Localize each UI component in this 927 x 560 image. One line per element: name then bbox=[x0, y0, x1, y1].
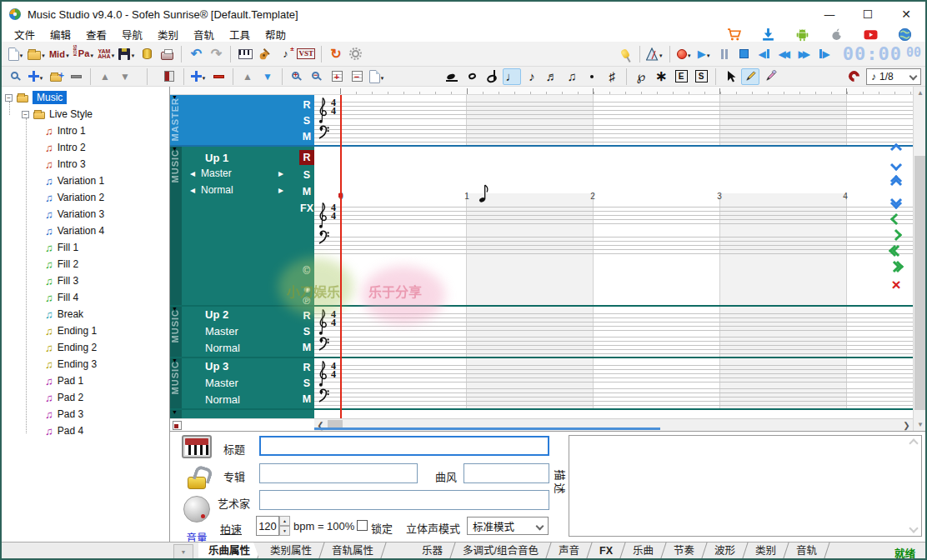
tab-instrument[interactable]: 乐器 bbox=[412, 542, 453, 560]
globe-icon[interactable] bbox=[898, 28, 912, 42]
chevron-down-icon[interactable] bbox=[110, 48, 115, 60]
search-button[interactable] bbox=[7, 68, 25, 85]
import-korg-button[interactable]: KORGPa bbox=[73, 44, 95, 64]
nav-close-icon[interactable] bbox=[891, 278, 900, 292]
tree-item-fill-1[interactable]: Fill 1 bbox=[45, 239, 78, 256]
tab-song-properties[interactable]: 乐曲属性 bbox=[198, 542, 260, 560]
zoom-out-button[interactable] bbox=[308, 68, 326, 85]
android-icon[interactable] bbox=[795, 28, 809, 42]
unlocked-padlock-icon[interactable] bbox=[188, 477, 206, 489]
vst-button[interactable]: VST bbox=[296, 44, 316, 64]
tab-multimode-voice[interactable]: 多调式/组合音色 bbox=[453, 542, 549, 560]
album-input[interactable] bbox=[259, 463, 418, 483]
tree-item-label[interactable]: Pad 2 bbox=[58, 392, 83, 403]
keyboard-icon[interactable] bbox=[182, 435, 212, 458]
shop-cart-icon[interactable] bbox=[727, 28, 741, 42]
spin-down-icon[interactable]: ▼ bbox=[279, 526, 290, 536]
genre-input[interactable] bbox=[464, 463, 549, 483]
chevron-down-icon[interactable] bbox=[65, 48, 70, 60]
chevron-down-icon[interactable] bbox=[19, 48, 24, 60]
step-forward-button[interactable] bbox=[815, 44, 834, 64]
tree-item-pad-4[interactable]: Pad 4 bbox=[45, 422, 83, 439]
tree-item-intro-1[interactable]: Intro 1 bbox=[45, 122, 86, 139]
tree-item-label[interactable]: Fill 4 bbox=[58, 292, 78, 303]
tree-root-music[interactable]: Music bbox=[5, 89, 67, 106]
tree-item-label[interactable]: Pad 1 bbox=[58, 375, 83, 387]
mode-value[interactable]: Normal bbox=[205, 393, 240, 406]
snap-resolution-select[interactable]: ♪ 1/8 bbox=[866, 68, 921, 85]
tree-item-ending-2[interactable]: Ending 2 bbox=[45, 339, 97, 356]
mute-toggle[interactable]: M bbox=[299, 340, 314, 355]
microphone-button[interactable] bbox=[616, 44, 634, 64]
step-back-button[interactable] bbox=[755, 44, 774, 64]
collapse-box-icon[interactable] bbox=[22, 111, 29, 118]
tree-item-fill-4[interactable]: Fill 4 bbox=[45, 289, 78, 306]
scroll-right-icon[interactable]: ❯ bbox=[900, 419, 913, 431]
scroll-down-icon[interactable]: ▼ bbox=[914, 418, 927, 431]
play-button[interactable] bbox=[695, 44, 714, 64]
note-sixteenth-button[interactable]: ♬ bbox=[543, 68, 561, 85]
sysex-button[interactable]: S bbox=[692, 68, 710, 85]
note-whole-button[interactable] bbox=[463, 68, 481, 85]
nav-page-down-icon[interactable] bbox=[892, 196, 900, 208]
download-icon[interactable] bbox=[761, 28, 775, 42]
eraser-tool-button[interactable] bbox=[761, 68, 779, 85]
tree-item-break[interactable]: Break bbox=[45, 306, 83, 322]
mode-value[interactable]: Normal bbox=[205, 342, 240, 354]
tree-item-variation-3[interactable]: Variation 3 bbox=[45, 206, 104, 222]
track-title[interactable]: Up 3 bbox=[205, 360, 228, 372]
volume-knob-icon[interactable] bbox=[183, 496, 210, 522]
tree-item-label[interactable]: Variation 2 bbox=[58, 192, 104, 203]
nav-page-left-icon[interactable] bbox=[890, 247, 902, 255]
mini-window-icon[interactable] bbox=[173, 421, 182, 430]
next-arrow-icon[interactable] bbox=[278, 168, 283, 179]
chevron-down-icon[interactable] bbox=[687, 48, 692, 60]
mute-toggle[interactable]: M bbox=[299, 129, 314, 144]
track-title[interactable]: Up 2 bbox=[205, 308, 228, 321]
new-file-button[interactable] bbox=[7, 44, 25, 64]
tree-item-ending-1[interactable]: Ending 1 bbox=[45, 322, 97, 339]
tab-waveform[interactable]: 波形 bbox=[704, 542, 745, 560]
save-button[interactable] bbox=[118, 44, 136, 64]
record-button[interactable] bbox=[675, 44, 694, 64]
open-file-button[interactable] bbox=[27, 44, 47, 64]
settings-button[interactable] bbox=[347, 44, 365, 64]
staff-up1[interactable]: 0 1 2 3 4 44 bbox=[314, 147, 913, 305]
tree-item-label[interactable]: Variation 4 bbox=[58, 225, 104, 237]
collapse-track-icon[interactable] bbox=[172, 409, 178, 415]
prev-arrow-icon[interactable] bbox=[190, 168, 195, 179]
menu-edit[interactable]: 编辑 bbox=[43, 27, 78, 42]
nav-page-up-icon[interactable] bbox=[892, 177, 900, 188]
chevron-down-icon[interactable] bbox=[89, 48, 94, 60]
expand-tracks-button[interactable] bbox=[328, 68, 346, 85]
tempo-stepper[interactable]: 120 ▲▼ bbox=[256, 516, 290, 536]
redo-button[interactable] bbox=[207, 44, 225, 64]
tree-item-label[interactable]: Variation 3 bbox=[58, 208, 104, 220]
menu-view[interactable]: 查看 bbox=[78, 27, 114, 42]
menu-help[interactable]: 帮助 bbox=[258, 27, 293, 42]
track-up-button[interactable] bbox=[238, 68, 257, 85]
tree-item-pad-1[interactable]: Pad 1 bbox=[45, 372, 83, 389]
note-thirtysecond-button[interactable]: ♫ bbox=[563, 68, 581, 85]
title-input[interactable] bbox=[259, 436, 549, 456]
vertical-scrollbar[interactable]: ▲ ▼ bbox=[913, 87, 927, 431]
nav-right-icon[interactable] bbox=[890, 229, 902, 241]
spin-up-icon[interactable]: ▲ bbox=[279, 516, 290, 526]
record-toggle[interactable]: R bbox=[299, 308, 314, 323]
playhead-line[interactable] bbox=[340, 95, 342, 418]
tree-group-label[interactable]: Live Style bbox=[49, 108, 93, 120]
expression-button[interactable]: E bbox=[672, 68, 690, 85]
chevron-down-icon[interactable] bbox=[130, 48, 135, 60]
prev-arrow-icon[interactable] bbox=[190, 184, 195, 196]
move-up-button[interactable] bbox=[96, 68, 114, 85]
track-header-master[interactable]: MASTER R S M bbox=[170, 95, 314, 145]
tree-item-label[interactable]: Ending 3 bbox=[58, 358, 97, 370]
tree-item-label[interactable]: Pad 3 bbox=[58, 408, 83, 420]
chevron-down-icon[interactable] bbox=[380, 71, 385, 82]
fx-toggle[interactable]: FX bbox=[299, 201, 314, 216]
print-button[interactable] bbox=[158, 44, 176, 64]
chevron-down-icon[interactable] bbox=[202, 71, 207, 82]
tab-sound[interactable]: 声音 bbox=[549, 542, 589, 560]
track-header-up3[interactable]: MUSIC Up 3 Master Normal R S M bbox=[170, 358, 314, 408]
track-header-partial[interactable] bbox=[170, 410, 314, 418]
